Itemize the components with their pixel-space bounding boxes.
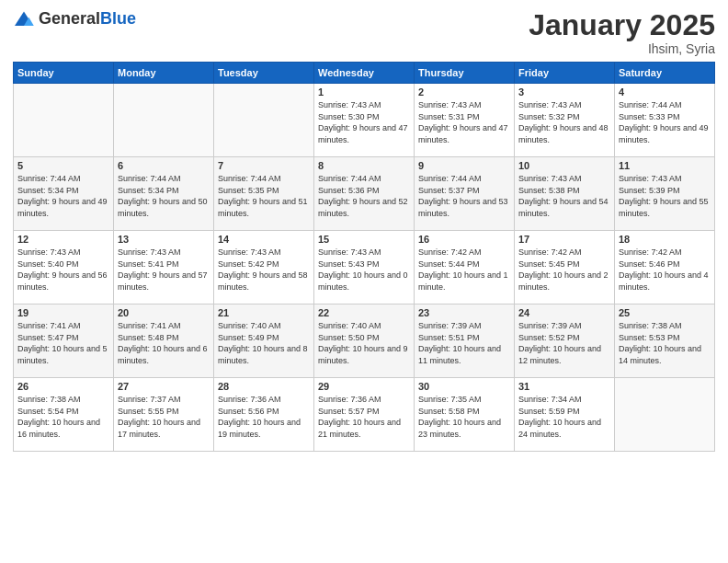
day-number: 31 xyxy=(518,381,610,392)
day-number: 12 xyxy=(17,234,109,245)
day-info: Sunrise: 7:41 AM Sunset: 5:48 PM Dayligh… xyxy=(118,320,210,366)
day-number: 4 xyxy=(619,86,711,98)
day-info: Sunrise: 7:38 AM Sunset: 5:53 PM Dayligh… xyxy=(619,320,711,366)
day-number: 5 xyxy=(17,160,109,171)
logo-general: General xyxy=(39,9,100,28)
col-sunday: Sunday xyxy=(14,63,114,84)
calendar-cell: 14Sunrise: 7:43 AM Sunset: 5:42 PM Dayli… xyxy=(214,231,314,304)
day-info: Sunrise: 7:36 AM Sunset: 5:57 PM Dayligh… xyxy=(318,394,410,440)
calendar-cell: 10Sunrise: 7:43 AM Sunset: 5:38 PM Dayli… xyxy=(515,157,615,231)
logo: GeneralBlue xyxy=(13,9,136,29)
calendar-header-row: Sunday Monday Tuesday Wednesday Thursday… xyxy=(14,63,715,84)
col-tuesday: Tuesday xyxy=(214,63,314,84)
calendar-cell xyxy=(615,378,715,452)
calendar-cell xyxy=(214,84,314,157)
day-info: Sunrise: 7:37 AM Sunset: 5:55 PM Dayligh… xyxy=(118,394,210,440)
calendar-cell: 16Sunrise: 7:42 AM Sunset: 5:44 PM Dayli… xyxy=(415,231,515,304)
day-info: Sunrise: 7:43 AM Sunset: 5:41 PM Dayligh… xyxy=(118,247,210,293)
day-number: 22 xyxy=(318,307,410,318)
day-info: Sunrise: 7:43 AM Sunset: 5:32 PM Dayligh… xyxy=(518,99,610,145)
day-number: 10 xyxy=(518,160,610,171)
calendar-cell: 25Sunrise: 7:38 AM Sunset: 5:53 PM Dayli… xyxy=(615,304,715,378)
logo-text: GeneralBlue xyxy=(39,9,136,29)
calendar-cell: 5Sunrise: 7:44 AM Sunset: 5:34 PM Daylig… xyxy=(14,157,114,231)
day-number: 9 xyxy=(418,160,510,171)
calendar-cell: 27Sunrise: 7:37 AM Sunset: 5:55 PM Dayli… xyxy=(114,378,214,452)
calendar-cell: 26Sunrise: 7:38 AM Sunset: 5:54 PM Dayli… xyxy=(14,378,114,452)
day-number: 25 xyxy=(619,307,711,318)
day-number: 27 xyxy=(118,381,210,392)
calendar-cell: 19Sunrise: 7:41 AM Sunset: 5:47 PM Dayli… xyxy=(14,304,114,378)
day-number: 19 xyxy=(17,307,109,318)
calendar-cell: 30Sunrise: 7:35 AM Sunset: 5:58 PM Dayli… xyxy=(415,378,515,452)
day-number: 17 xyxy=(518,234,610,245)
day-number: 3 xyxy=(518,86,610,98)
day-info: Sunrise: 7:40 AM Sunset: 5:49 PM Dayligh… xyxy=(218,320,310,366)
day-info: Sunrise: 7:44 AM Sunset: 5:36 PM Dayligh… xyxy=(318,173,410,219)
calendar-week-3: 12Sunrise: 7:43 AM Sunset: 5:40 PM Dayli… xyxy=(14,231,715,304)
calendar-cell: 15Sunrise: 7:43 AM Sunset: 5:43 PM Dayli… xyxy=(314,231,415,304)
day-number: 30 xyxy=(418,381,510,392)
day-info: Sunrise: 7:43 AM Sunset: 5:40 PM Dayligh… xyxy=(17,247,109,293)
day-info: Sunrise: 7:43 AM Sunset: 5:42 PM Dayligh… xyxy=(218,247,310,293)
day-number: 8 xyxy=(318,160,410,171)
col-friday: Friday xyxy=(515,63,615,84)
day-number: 24 xyxy=(518,307,610,318)
day-info: Sunrise: 7:39 AM Sunset: 5:52 PM Dayligh… xyxy=(518,320,610,366)
calendar-cell: 22Sunrise: 7:40 AM Sunset: 5:50 PM Dayli… xyxy=(314,304,415,378)
col-wednesday: Wednesday xyxy=(314,63,415,84)
calendar-cell: 29Sunrise: 7:36 AM Sunset: 5:57 PM Dayli… xyxy=(314,378,415,452)
title-location: Ihsim, Syria xyxy=(529,41,715,56)
logo-blue: Blue xyxy=(100,9,136,28)
calendar-cell: 7Sunrise: 7:44 AM Sunset: 5:35 PM Daylig… xyxy=(214,157,314,231)
calendar-cell: 3Sunrise: 7:43 AM Sunset: 5:32 PM Daylig… xyxy=(515,84,615,157)
day-info: Sunrise: 7:43 AM Sunset: 5:30 PM Dayligh… xyxy=(318,99,410,145)
calendar-cell: 11Sunrise: 7:43 AM Sunset: 5:39 PM Dayli… xyxy=(615,157,715,231)
day-info: Sunrise: 7:35 AM Sunset: 5:58 PM Dayligh… xyxy=(418,394,510,440)
day-info: Sunrise: 7:34 AM Sunset: 5:59 PM Dayligh… xyxy=(518,394,610,440)
day-info: Sunrise: 7:42 AM Sunset: 5:46 PM Dayligh… xyxy=(619,247,711,293)
day-info: Sunrise: 7:43 AM Sunset: 5:38 PM Dayligh… xyxy=(518,173,610,219)
day-info: Sunrise: 7:36 AM Sunset: 5:56 PM Dayligh… xyxy=(218,394,310,440)
day-info: Sunrise: 7:44 AM Sunset: 5:37 PM Dayligh… xyxy=(418,173,510,219)
day-info: Sunrise: 7:41 AM Sunset: 5:47 PM Dayligh… xyxy=(17,320,109,366)
day-info: Sunrise: 7:39 AM Sunset: 5:51 PM Dayligh… xyxy=(418,320,510,366)
calendar-week-4: 19Sunrise: 7:41 AM Sunset: 5:47 PM Dayli… xyxy=(14,304,715,378)
calendar-cell: 23Sunrise: 7:39 AM Sunset: 5:51 PM Dayli… xyxy=(415,304,515,378)
day-number: 13 xyxy=(118,234,210,245)
day-number: 23 xyxy=(418,307,510,318)
calendar-cell: 24Sunrise: 7:39 AM Sunset: 5:52 PM Dayli… xyxy=(515,304,615,378)
calendar-week-2: 5Sunrise: 7:44 AM Sunset: 5:34 PM Daylig… xyxy=(14,157,715,231)
calendar-cell: 6Sunrise: 7:44 AM Sunset: 5:34 PM Daylig… xyxy=(114,157,214,231)
day-number: 2 xyxy=(418,86,510,98)
calendar-cell: 2Sunrise: 7:43 AM Sunset: 5:31 PM Daylig… xyxy=(415,84,515,157)
calendar-cell: 12Sunrise: 7:43 AM Sunset: 5:40 PM Dayli… xyxy=(14,231,114,304)
header: GeneralBlue January 2025 Ihsim, Syria xyxy=(13,9,715,56)
day-number: 16 xyxy=(418,234,510,245)
day-info: Sunrise: 7:38 AM Sunset: 5:54 PM Dayligh… xyxy=(17,394,109,440)
day-number: 26 xyxy=(17,381,109,392)
page-container: GeneralBlue January 2025 Ihsim, Syria Su… xyxy=(0,0,728,459)
day-info: Sunrise: 7:40 AM Sunset: 5:50 PM Dayligh… xyxy=(318,320,410,366)
calendar-cell: 17Sunrise: 7:42 AM Sunset: 5:45 PM Dayli… xyxy=(515,231,615,304)
calendar-cell: 1Sunrise: 7:43 AM Sunset: 5:30 PM Daylig… xyxy=(314,84,415,157)
col-saturday: Saturday xyxy=(615,63,715,84)
day-number: 14 xyxy=(218,234,310,245)
day-number: 7 xyxy=(218,160,310,171)
day-number: 1 xyxy=(318,86,410,98)
day-info: Sunrise: 7:42 AM Sunset: 5:45 PM Dayligh… xyxy=(518,247,610,293)
calendar-cell xyxy=(14,84,114,157)
calendar-week-5: 26Sunrise: 7:38 AM Sunset: 5:54 PM Dayli… xyxy=(14,378,715,452)
calendar-cell: 8Sunrise: 7:44 AM Sunset: 5:36 PM Daylig… xyxy=(314,157,415,231)
day-number: 29 xyxy=(318,381,410,392)
calendar-cell: 20Sunrise: 7:41 AM Sunset: 5:48 PM Dayli… xyxy=(114,304,214,378)
day-info: Sunrise: 7:44 AM Sunset: 5:33 PM Dayligh… xyxy=(619,99,711,145)
day-number: 15 xyxy=(318,234,410,245)
calendar-cell: 18Sunrise: 7:42 AM Sunset: 5:46 PM Dayli… xyxy=(615,231,715,304)
day-number: 21 xyxy=(218,307,310,318)
calendar-cell: 31Sunrise: 7:34 AM Sunset: 5:59 PM Dayli… xyxy=(515,378,615,452)
calendar-cell: 21Sunrise: 7:40 AM Sunset: 5:49 PM Dayli… xyxy=(214,304,314,378)
day-info: Sunrise: 7:44 AM Sunset: 5:34 PM Dayligh… xyxy=(17,173,109,219)
day-info: Sunrise: 7:42 AM Sunset: 5:44 PM Dayligh… xyxy=(418,247,510,293)
col-monday: Monday xyxy=(114,63,214,84)
